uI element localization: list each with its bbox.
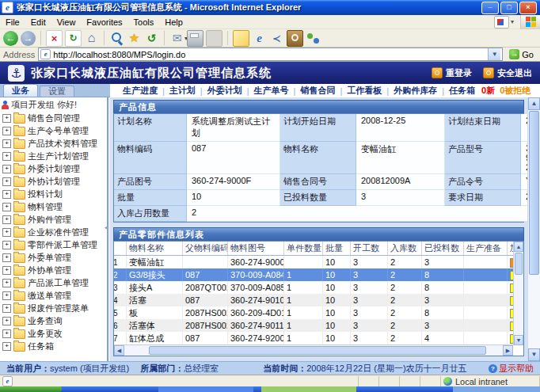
column-header[interactable]: 物料图号 [228,242,284,256]
forward-icon[interactable] [21,31,36,46]
back-icon[interactable] [3,31,18,46]
tree-item[interactable]: +投料计划 [2,188,107,200]
maximize-button[interactable] [500,2,518,14]
expand-icon[interactable]: + [2,279,11,287]
vscroll-thumb[interactable] [515,253,523,275]
ie-icon[interactable] [252,31,267,46]
table-row[interactable]: 5板2087HS002360-209-4D01011032820 % [114,306,524,319]
tree-item[interactable]: +缴送单管理 [2,289,107,302]
tree-item[interactable]: +生产令号单管理 [2,124,107,137]
tree-item[interactable]: +业务查询 [2,314,107,327]
expand-icon[interactable]: + [2,114,11,123]
tree-item[interactable]: +销售合同管理 [2,112,107,124]
tree-item[interactable]: +业务更改 [2,327,107,340]
stop-icon[interactable] [46,30,63,47]
expand-icon[interactable]: + [2,127,11,135]
start-button[interactable] [0,386,62,392]
tree-item[interactable]: +报废件管理菜单 [2,302,107,314]
column-header[interactable]: 物料名称 [127,242,183,256]
search-icon[interactable] [109,31,124,46]
nav-link[interactable]: 外委计划 [207,85,242,97]
tab-business[interactable]: 业务 [3,84,38,97]
table-row[interactable]: 2G3/8接头087370-009-A084011032820 % [114,268,524,281]
table-row[interactable]: 7缸体总成087360-274-9200F11032419 % [114,332,524,344]
url-text[interactable]: http://localhost:8080/MPS/login.do [53,50,485,59]
addon-icon[interactable] [494,16,509,29]
nav-link[interactable]: 工作看板 [347,85,382,97]
expand-icon[interactable]: + [2,304,11,313]
logout-button[interactable]: 安全退出 [483,67,532,79]
expand-icon[interactable]: + [2,241,11,249]
tree-item[interactable]: +产品派工单管理 [2,276,107,289]
column-header[interactable]: 开工数 [351,242,388,256]
angle-icon[interactable] [269,31,284,46]
menu-tools[interactable]: Tools [128,17,160,28]
expand-icon[interactable]: + [2,177,11,186]
refresh-icon[interactable] [65,30,82,47]
tab-settings[interactable]: 设置 [40,86,74,97]
tree-item[interactable]: +主生产计划管理 [2,150,107,162]
home-icon[interactable] [84,31,99,46]
page-scroll-thumb[interactable] [529,111,539,275]
table-row[interactable]: 4活塞087360-274-9010F11032320 % [114,294,524,306]
go-button[interactable]: → Go [506,48,537,61]
print-icon[interactable] [187,30,203,47]
tree-item[interactable]: +零部件派工单管理 [2,238,107,251]
messenger-icon[interactable] [306,31,321,46]
menu-file[interactable]: File [0,17,25,28]
tree-item[interactable]: +外购件管理 [2,213,107,226]
mail-icon[interactable] [169,31,184,46]
sidebar-collapse-icon[interactable]: ◄ [103,224,109,231]
column-header[interactable]: 生产准备 [464,242,508,256]
tree-item[interactable]: +外委单管理 [2,251,107,264]
menu-view[interactable]: View [51,17,82,28]
page-vscrollbar[interactable]: ▲ ▼ [527,97,540,361]
expand-icon[interactable]: + [2,139,11,148]
expand-icon[interactable]: + [2,266,11,275]
expand-icon[interactable]: + [2,253,11,262]
address-dropdown-icon[interactable]: ▼ [488,48,500,60]
address-input[interactable]: e http://localhost:8080/MPS/login.do ▼ [38,48,503,61]
nav-link[interactable]: 生产进度 [123,85,158,97]
nav-link[interactable]: 销售合同 [300,85,335,97]
menu-favorites[interactable]: Favorites [81,17,127,28]
column-header[interactable]: 批量 [323,242,351,256]
expand-icon[interactable]: + [2,228,11,237]
tree-item[interactable]: +产品技术资料管理 [2,137,107,150]
favorites-icon[interactable] [127,31,142,46]
scroll-up-icon[interactable]: ▲ [528,97,540,110]
show-help-link[interactable]: ? 显示帮助 [489,363,534,375]
scroll-down-icon[interactable]: ▼ [528,348,540,361]
column-header[interactable]: 入库数 [388,242,422,256]
nav-link[interactable]: 任务箱 [449,85,475,97]
close-button[interactable] [519,2,537,14]
parts-vscrollbar[interactable]: ▲ ▼ [513,242,523,345]
table-row[interactable]: 3接头A2087QT002370-009-A085011032820 % [114,281,524,294]
nav-link[interactable]: 外购件库存 [394,85,437,97]
expand-icon[interactable]: + [2,190,11,199]
tree-item[interactable]: +外协计划管理 [2,175,107,188]
tree-item[interactable]: +外协单管理 [2,264,107,276]
tree-item[interactable]: +企业标准件管理 [2,226,107,238]
expand-icon[interactable]: + [2,152,11,161]
column-header[interactable]: 已投料数 [422,242,464,256]
tree-item[interactable]: +物料管理 [2,200,107,213]
scroll-up-icon[interactable]: ▲ [514,242,523,252]
taskbar-button[interactable] [158,386,253,392]
minimize-button[interactable] [481,2,499,14]
note-icon[interactable] [233,30,249,47]
column-header[interactable]: 父物料编码 [183,242,228,256]
scroll-left-icon[interactable]: ◀ [114,345,124,356]
edit-icon[interactable] [206,30,222,47]
expand-icon[interactable]: + [2,215,11,224]
expand-icon[interactable]: + [2,203,11,211]
nav-link[interactable]: 生产单号 [254,85,289,97]
relogin-button[interactable]: 重登录 [432,67,472,79]
scroll-right-icon[interactable]: ▶ [503,345,513,356]
expand-icon[interactable]: + [2,317,11,325]
table-row[interactable]: 6活塞体2087HS002360-274-9011W11032320 % [114,319,524,332]
taskbar-button[interactable] [261,386,356,392]
expand-icon[interactable]: + [2,291,11,300]
history-icon[interactable] [144,31,159,46]
tree-item[interactable]: +外委计划管理 [2,162,107,175]
